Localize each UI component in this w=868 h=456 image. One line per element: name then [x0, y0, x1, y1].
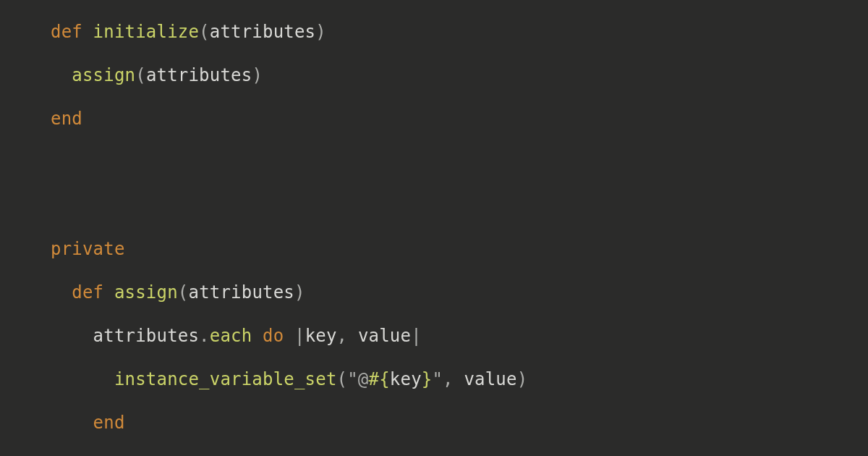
keyword-def: def — [51, 22, 82, 42]
param-attributes: attributes — [210, 22, 316, 42]
interp-close: } — [422, 369, 433, 389]
arg-attributes: attributes — [146, 65, 252, 85]
pipe-open: | — [284, 326, 305, 346]
block-param-value: value — [358, 326, 411, 346]
interp-key: key — [390, 369, 422, 389]
paren-close: ) — [315, 22, 326, 42]
paren-open: ( — [199, 22, 210, 42]
paren-open: ( — [337, 369, 348, 389]
paren-close: ) — [294, 282, 305, 303]
param-attributes: attributes — [188, 282, 294, 303]
keyword-do: do — [263, 326, 284, 346]
block-param-key: key — [305, 326, 337, 346]
paren-close: ) — [517, 369, 528, 389]
keyword-end: end — [51, 109, 82, 129]
code-block: def initialize(attributes) assign(attrib… — [0, 0, 868, 456]
method-assign: assign — [114, 282, 178, 303]
arg-value: value — [464, 369, 516, 389]
string-at: @ — [358, 369, 369, 389]
ident-attributes: attributes — [93, 326, 200, 346]
call-instance-variable-set: instance_variable_set — [114, 369, 337, 389]
call-assign: assign — [72, 65, 135, 85]
dot: . — [199, 326, 210, 346]
paren-open: ( — [178, 282, 189, 303]
pipe-close: | — [411, 326, 422, 346]
keyword-def: def — [72, 282, 103, 303]
keyword-private: private — [51, 239, 125, 259]
interp-open: #{ — [369, 369, 390, 389]
keyword-end: end — [93, 413, 125, 433]
call-each: each — [210, 326, 252, 346]
comma: , — [443, 369, 464, 389]
comma: , — [337, 326, 358, 346]
string-quote: " — [347, 369, 358, 389]
method-initialize: initialize — [93, 22, 200, 42]
paren-close: ) — [252, 65, 263, 85]
paren-open: ( — [135, 65, 146, 85]
string-quote: " — [432, 369, 443, 389]
